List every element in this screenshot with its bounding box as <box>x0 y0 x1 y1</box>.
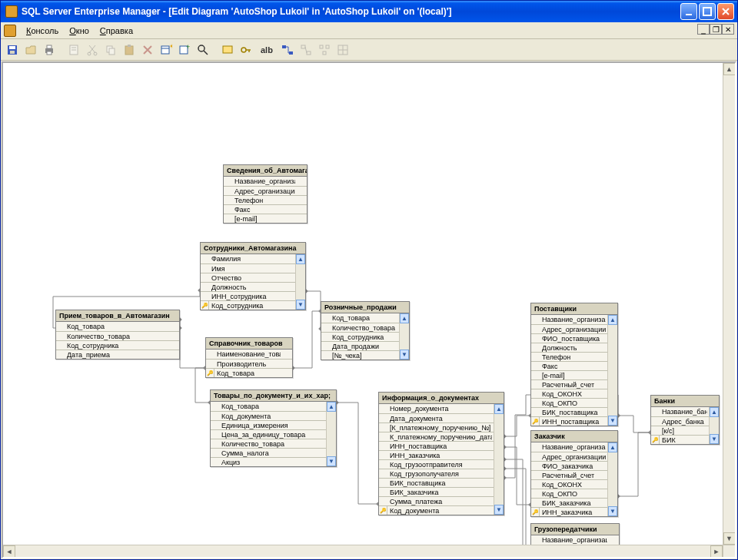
scroll-left-button[interactable]: ◄ <box>3 545 15 558</box>
db-table-title[interactable]: Информация_о_документах <box>379 393 504 404</box>
db-column[interactable]: [e-mail] <box>224 214 307 223</box>
scroll-down-icon[interactable]: ▼ <box>608 416 617 426</box>
db-column[interactable]: Телефон <box>531 352 617 361</box>
db-column[interactable]: Адрес_организации <box>531 324 617 333</box>
db-column[interactable]: Код_ОКПО <box>531 398 617 407</box>
db-column[interactable]: ИНН_заказчика <box>379 450 504 459</box>
scroll-track[interactable] <box>608 452 617 506</box>
db-column[interactable]: БИК_заказчика <box>379 487 504 496</box>
open-icon[interactable] <box>22 41 39 58</box>
db-column[interactable]: БИК_поставщика <box>531 407 617 416</box>
column-list-scrollbar[interactable]: ▲▼ <box>494 404 504 515</box>
db-column[interactable]: Код_товара <box>206 368 292 377</box>
column-list-scrollbar[interactable]: ▲▼ <box>607 442 617 516</box>
db-column[interactable]: Количество_товара <box>321 323 409 332</box>
scroll-down-icon[interactable]: ▼ <box>400 350 409 360</box>
key-icon[interactable] <box>238 41 254 58</box>
db-column[interactable]: Количество_товара <box>211 439 336 448</box>
diagram-canvas[interactable]: Сведения_об_Автомага:Название_организаци… <box>3 63 723 545</box>
db-column[interactable]: Код_документа <box>379 505 504 515</box>
db-table-title[interactable]: Розничные_продажи <box>321 302 409 313</box>
scroll-track[interactable] <box>608 325 617 416</box>
scroll-track[interactable] <box>494 414 504 505</box>
mdi-close-button[interactable]: ✕ <box>722 24 734 35</box>
db-table-title[interactable]: Товары_по_документу_и_их_хар; <box>211 390 336 402</box>
db-column[interactable]: Факс <box>224 204 307 214</box>
db-table-title[interactable]: Прием_товаров_в_Автомагазин <box>56 310 179 322</box>
db-column[interactable]: Код_сотрудника <box>321 332 409 341</box>
db-column[interactable]: Имя <box>201 263 305 273</box>
db-column[interactable]: ИНН_поставщика <box>531 416 617 426</box>
db-column[interactable]: Код_товара <box>211 402 336 411</box>
db-table-sotrudniki[interactable]: Сотрудники_АвтомагазинаФамилияИмяОтчеств… <box>200 242 306 310</box>
db-column[interactable]: Код_ОКПО <box>531 489 617 498</box>
db-column[interactable]: Акциз <box>211 457 336 466</box>
menu-item[interactable]: Окно <box>64 25 95 37</box>
db-column[interactable]: Дата_продажи <box>321 341 409 350</box>
db-column[interactable]: ИНН_поставщика <box>379 441 504 450</box>
column-list-scrollbar[interactable]: ▲▼ <box>295 254 305 310</box>
db-column[interactable]: Фамилия <box>201 254 305 263</box>
db-table-banki[interactable]: БанкиНазвание_банкаАдрес_банка[к/с]БИК▲▼ <box>650 395 720 445</box>
db-column[interactable]: [e-mail] <box>531 370 617 379</box>
db-table-tovary_doc[interactable]: Товары_по_документу_и_их_хар;Код_товараК… <box>210 389 337 467</box>
scroll-up-icon[interactable]: ▲ <box>400 313 409 323</box>
mdi-restore-button[interactable]: ❐ <box>710 24 722 35</box>
db-table-priem[interactable]: Прием_товаров_в_АвтомагазинКод_товараКол… <box>55 310 180 360</box>
db-column[interactable]: [№_чека] <box>321 350 409 360</box>
db-column[interactable]: БИК_поставщика <box>379 478 504 487</box>
db-column[interactable]: ФИО_поставщика <box>531 333 617 343</box>
scroll-down-icon[interactable]: ▼ <box>494 505 504 515</box>
db-column[interactable]: Отчество <box>201 273 305 282</box>
db-column[interactable]: Количество_товара <box>56 331 179 340</box>
db-column[interactable]: Сумма_платежа <box>379 496 504 505</box>
scroll-right-button[interactable]: ► <box>710 545 723 558</box>
db-column[interactable]: [К_платежному_поручению_№] <box>379 422 504 432</box>
scroll-down-icon[interactable]: ▼ <box>327 456 336 466</box>
zoom-icon[interactable] <box>194 41 211 58</box>
column-list-scrollbar[interactable]: ▲▼ <box>607 315 617 426</box>
paste-icon[interactable] <box>121 41 138 58</box>
scroll-up-icon[interactable]: ▲ <box>327 402 336 412</box>
db-column[interactable]: Код_товара <box>56 322 179 331</box>
db-table-title[interactable]: Банки <box>651 396 719 407</box>
scroll-track[interactable] <box>296 264 305 300</box>
scroll-up-icon[interactable]: ▲ <box>608 315 617 325</box>
vertical-scrollbar[interactable]: ▲ ▼ <box>723 63 735 545</box>
annotation-icon[interactable] <box>219 41 236 58</box>
db-table-roznitsa[interactable]: Розничные_продажиКод_товараКоличество_то… <box>321 301 410 360</box>
scroll-track[interactable] <box>710 417 719 434</box>
maximize-button[interactable] <box>699 3 716 20</box>
scroll-down-icon[interactable]: ▼ <box>710 434 719 444</box>
db-column[interactable]: Код_документа <box>211 411 336 420</box>
mdi-minimize-button[interactable]: ‗ <box>697 24 710 35</box>
scroll-down-icon[interactable]: ▼ <box>296 300 305 310</box>
db-column[interactable]: Дата_документа <box>379 413 504 422</box>
add-table-icon[interactable]: + <box>176 41 193 58</box>
scroll-track[interactable] <box>400 323 409 350</box>
scroll-up-button[interactable]: ▲ <box>723 63 736 75</box>
db-column[interactable]: Код_грузополучателя <box>379 469 504 478</box>
db-table-zakazchik[interactable]: ЗаказчикНазвание_организацииАдрес_органи… <box>530 430 618 517</box>
db-table-title[interactable]: Справочник_товаров <box>206 338 292 350</box>
scroll-up-icon[interactable]: ▲ <box>608 442 617 452</box>
db-column[interactable]: Название_организации <box>531 315 617 324</box>
db-table-title[interactable]: Грузопередатчики <box>531 524 619 535</box>
scroll-down-icon[interactable]: ▼ <box>608 506 617 516</box>
properties-icon[interactable] <box>65 41 82 58</box>
scroll-up-icon[interactable]: ▲ <box>494 404 504 414</box>
copy-icon[interactable] <box>102 41 119 58</box>
db-column[interactable]: Факс <box>531 361 617 370</box>
db-column[interactable]: Название_организации <box>531 442 617 452</box>
column-list-scrollbar[interactable]: ▲▼ <box>326 402 336 466</box>
db-column[interactable]: ИНН_сотрудника <box>201 291 305 300</box>
menu-item[interactable]: Консоль <box>21 25 64 37</box>
arrange-icon[interactable] <box>316 41 333 58</box>
db-column[interactable]: ФИО_заказчика <box>531 461 617 470</box>
db-column[interactable]: Код_ОКОНХ <box>531 479 617 489</box>
db-column[interactable]: Расчетный_счет <box>531 470 617 479</box>
text-tool-button[interactable]: alb <box>256 45 278 55</box>
db-column[interactable]: Код_сотрудника <box>201 300 305 310</box>
print-icon[interactable] <box>41 41 58 58</box>
db-column[interactable]: Расчетный_счет <box>531 379 617 389</box>
